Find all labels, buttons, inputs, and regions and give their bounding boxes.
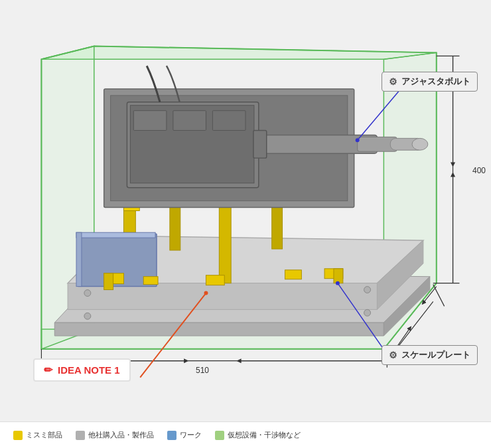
svg-point-59 (356, 138, 360, 142)
legend-color-other (76, 431, 85, 440)
svg-rect-38 (285, 270, 302, 279)
svg-point-40 (84, 290, 91, 297)
svg-rect-12 (219, 201, 231, 283)
svg-rect-39 (143, 277, 158, 285)
svg-point-25 (412, 138, 428, 150)
svg-marker-8 (68, 283, 377, 310)
idea-note-box: ✏ IDEA NOTE 1 (33, 358, 131, 382)
svg-point-61 (336, 281, 340, 285)
svg-point-43 (364, 309, 371, 316)
svg-rect-32 (76, 232, 82, 286)
dimension-width-bottom: 510 (196, 366, 209, 375)
legend-color-virtual (215, 431, 224, 440)
callout-scale: ⚙ スケールプレート (382, 345, 478, 365)
svg-rect-31 (76, 232, 155, 238)
idea-note-label: IDEA NOTE 1 (58, 364, 120, 376)
svg-marker-5 (54, 323, 384, 336)
legend-item-other: 他社購入品・製作品 (76, 430, 154, 440)
svg-rect-26 (253, 130, 267, 158)
svg-rect-27 (133, 111, 167, 131)
svg-rect-29 (212, 111, 246, 131)
legend-bar: ミスミ部品 他社購入品・製作品 ワーク 仮想設備・干渉物など (0, 421, 491, 448)
legend-item-work: ワーク (167, 430, 202, 440)
svg-point-42 (84, 313, 91, 319)
svg-rect-36 (334, 269, 343, 283)
legend-color-misumi (13, 431, 23, 440)
dimension-height: 400 (472, 166, 486, 175)
svg-marker-1 (41, 46, 436, 59)
legend-color-work (167, 431, 176, 440)
svg-point-63 (204, 291, 208, 295)
main-canvas: 400 510 369 ⚙ アジャスタボルト ⚙ スケールプレート ✏ IDEA… (0, 0, 491, 421)
svg-point-41 (364, 287, 371, 293)
legend-item-misumi: ミスミ部品 (13, 430, 62, 440)
pencil-icon: ✏ (44, 364, 52, 376)
callout-adjuster: ⚙ アジャスタボルト (382, 72, 478, 92)
legend-item-virtual: 仮想設備・干渉物など (215, 430, 301, 440)
svg-rect-37 (206, 275, 224, 285)
svg-rect-34 (104, 273, 113, 290)
svg-rect-28 (173, 111, 206, 131)
gear-icon-adjuster: ⚙ (389, 76, 397, 87)
svg-line-55 (433, 285, 445, 307)
gear-icon-scale: ⚙ (389, 350, 397, 360)
